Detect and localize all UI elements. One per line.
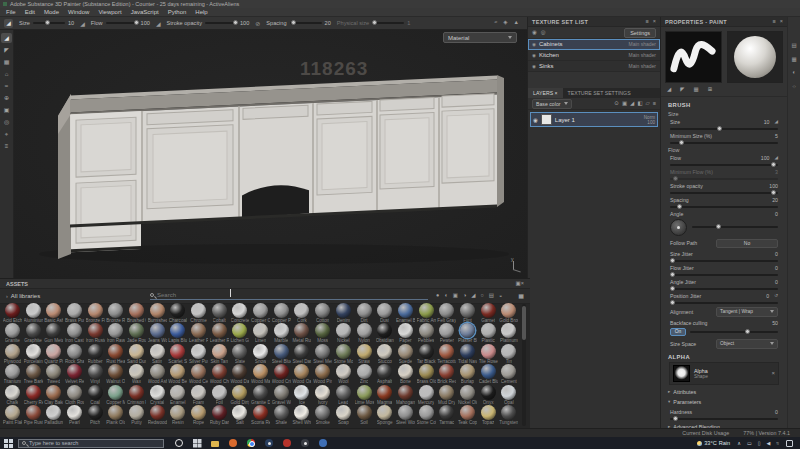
pen-pressure-icon[interactable]: ◢: [156, 20, 161, 27]
material-item[interactable]: Cloth Rough: [64, 385, 85, 405]
material-item[interactable]: Magma: [374, 385, 395, 405]
size-pressure-icon[interactable]: ◢: [774, 119, 778, 124]
material-item[interactable]: Pebbles: [416, 323, 437, 343]
flow-slider[interactable]: [106, 22, 138, 24]
material-item[interactable]: Ruby Dark: [209, 405, 230, 425]
material-item[interactable]: Tar Black: [416, 344, 437, 364]
steam-app-icon[interactable]: [265, 439, 273, 447]
material-item[interactable]: Pitch: [85, 405, 106, 425]
current-tool-icon[interactable]: ◢: [4, 19, 13, 28]
library-dropdown[interactable]: › All libraries: [6, 293, 40, 299]
material-item[interactable]: Jade Rough: [126, 323, 147, 343]
pen-pressure-icon[interactable]: ◢: [80, 20, 85, 27]
shading-mode-dropdown[interactable]: Material: [443, 32, 517, 43]
material-item[interactable]: Putty: [126, 405, 147, 425]
add-smart-material-icon[interactable]: ◧: [637, 101, 642, 107]
quick-mask-tool[interactable]: ◎: [1, 117, 12, 127]
material-item[interactable]: Brass Pure: [64, 303, 85, 323]
material-item[interactable]: Wood Maple: [250, 364, 271, 384]
channel-filter-dropdown[interactable]: Base color: [532, 99, 572, 109]
material-item[interactable]: Wool: [333, 364, 354, 384]
physical-size-slider[interactable]: [372, 22, 404, 24]
panel-close-icon[interactable]: ×: [780, 19, 783, 25]
material-item[interactable]: Porcelain: [23, 344, 44, 364]
speaker-icon[interactable]: ◀: [766, 440, 770, 446]
minimum-flow-slider[interactable]: [670, 178, 778, 180]
environments-filter-icon[interactable]: ◒: [499, 293, 502, 299]
material-item[interactable]: Bronze Raw: [105, 303, 126, 323]
material-item[interactable]: Opal: [499, 385, 520, 405]
material-item[interactable]: Cherry Red: [23, 385, 44, 405]
material-item[interactable]: Cork: [292, 303, 313, 323]
material-item[interactable]: Lime Moss: [354, 385, 375, 405]
smudge-tool[interactable]: ≈: [1, 81, 12, 91]
material-item[interactable]: Dust: [374, 303, 395, 323]
menu-python[interactable]: Python: [168, 9, 187, 15]
alignment-dropdown[interactable]: Tangent | Wrap: [716, 307, 778, 317]
material-item[interactable]: Quartz Pink: [43, 344, 64, 364]
material-item[interactable]: Enamel: [168, 385, 189, 405]
material-item[interactable]: Aluminium: [23, 303, 44, 323]
title-bar[interactable]: Adobe Substance 3D Painter (Substance Ed…: [0, 0, 800, 8]
fold-parameters[interactable]: ▾Parameters: [668, 399, 780, 405]
menu-javascript[interactable]: JavaScript: [131, 9, 159, 15]
material-item[interactable]: Basic Ashlar: [43, 303, 64, 323]
clone-tool[interactable]: ⊕: [1, 93, 12, 103]
environment-icon[interactable]: ◐: [792, 70, 795, 76]
material-item[interactable]: Moss: [312, 323, 333, 343]
blue-app-icon[interactable]: [319, 439, 327, 447]
material-item[interactable]: Platinum: [499, 323, 520, 343]
material-item[interactable]: Rubber: [85, 344, 106, 364]
material-item[interactable]: Steel Blue: [271, 344, 292, 364]
material-item[interactable]: Slate: [230, 344, 251, 364]
material-item[interactable]: Lead: [333, 385, 354, 405]
assets-search-input[interactable]: Search: [150, 292, 428, 300]
materials-filter-icon[interactable]: ●: [436, 293, 439, 299]
material-item[interactable]: Vinyl: [85, 364, 106, 384]
flow-jitter-slider[interactable]: [670, 274, 778, 276]
material-item[interactable]: Shell White: [292, 405, 313, 425]
layer-row[interactable]: ◉ Layer 1 Norm 100: [530, 112, 658, 127]
material-item[interactable]: Plank Old: [105, 405, 126, 425]
add-paint-icon[interactable]: ◢: [630, 101, 634, 107]
firefox-app-icon[interactable]: [229, 439, 237, 447]
material-item[interactable]: Burlap: [457, 364, 478, 384]
add-fill-icon[interactable]: ▣: [622, 101, 627, 107]
material-item[interactable]: Pipe Rust: [23, 405, 44, 425]
symmetry-icon[interactable]: ◈: [503, 20, 507, 26]
follow-path-control[interactable]: No: [716, 239, 778, 248]
layer-opacity[interactable]: 100: [647, 120, 655, 125]
spacing-slider[interactable]: [290, 22, 322, 24]
chrome-app-icon[interactable]: [247, 439, 255, 447]
material-item[interactable]: Iron Cast: [64, 323, 85, 343]
paint-tool[interactable]: ◢: [1, 33, 12, 43]
panel-menu-icon[interactable]: ≡: [773, 19, 776, 25]
material-item[interactable]: Gravel Wet: [271, 385, 292, 405]
size-slider[interactable]: [33, 22, 65, 24]
toolbar-size[interactable]: Size10: [19, 20, 74, 26]
tab-texture-set-settings[interactable]: TEXTURE SET SETTINGS: [563, 88, 636, 98]
textures-filter-icon[interactable]: ▤: [489, 293, 494, 299]
material-item[interactable]: Steel Worn: [395, 405, 416, 425]
light-icon[interactable]: ☼: [791, 84, 796, 90]
material-item[interactable]: Paint Flaked: [2, 405, 23, 425]
physical-size-control[interactable]: Physical size 1: [337, 20, 410, 26]
material-item[interactable]: Terracotta: [436, 344, 457, 364]
panel-close-icon[interactable]: ×: [653, 19, 656, 25]
material-item[interactable]: Burnished: [147, 303, 168, 323]
material-item[interactable]: Cobalt: [209, 303, 230, 323]
material-item[interactable]: Tree Bark: [23, 364, 44, 384]
material-item[interactable]: Clay Baked: [43, 385, 64, 405]
symmetry-tool[interactable]: ≡: [1, 141, 12, 151]
monitor-icon[interactable]: ▭: [747, 440, 752, 446]
material-item[interactable]: Resin: [168, 405, 189, 425]
layer-thumbnail[interactable]: [541, 114, 552, 125]
material-item[interactable]: Zinc: [354, 364, 375, 384]
material-item[interactable]: Nylon: [354, 323, 375, 343]
material-item[interactable]: Nickel: [333, 323, 354, 343]
material-item[interactable]: Chalk: [2, 385, 23, 405]
size-slider[interactable]: [670, 128, 778, 130]
material-item[interactable]: Shale: [271, 405, 292, 425]
material-item[interactable]: Tarmac: [436, 405, 457, 425]
layer-menu-icon[interactable]: ≡: [653, 101, 656, 107]
